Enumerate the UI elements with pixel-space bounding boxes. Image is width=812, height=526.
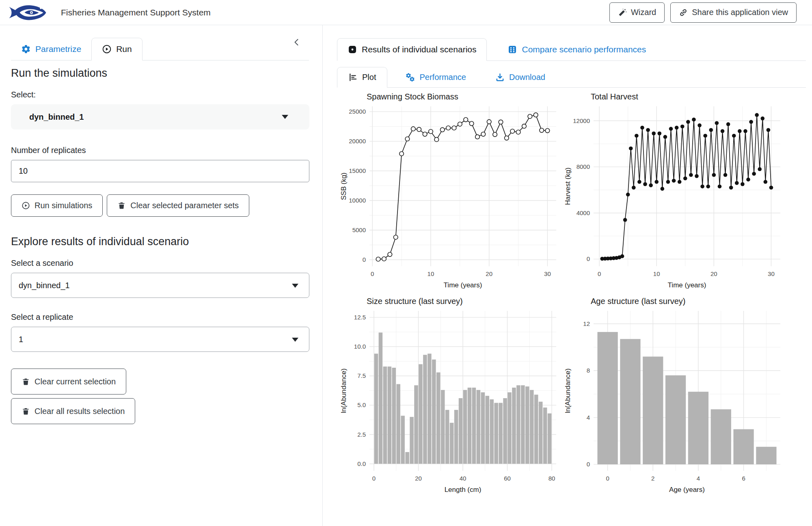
share-button-label: Share this application view — [692, 8, 788, 17]
svg-text:Time (years): Time (years) — [444, 281, 482, 289]
svg-text:Total Harvest: Total Harvest — [591, 93, 638, 101]
play-circle-icon — [102, 44, 112, 54]
svg-text:0: 0 — [372, 475, 376, 482]
sidebar: Parametrize Run Run the simulations Sele… — [0, 25, 323, 526]
run-simulations-label: Run simulations — [35, 201, 92, 210]
explore-section-heading: Explore results of individual scenario — [11, 235, 309, 248]
app-header: Fisheries Management Support System Wiza… — [0, 0, 812, 25]
svg-text:15000: 15000 — [349, 167, 366, 174]
clear-all-results-button[interactable]: Clear all results selection — [11, 398, 135, 424]
bar-chart-icon — [348, 73, 358, 82]
replicate-select[interactable]: 1 — [11, 327, 309, 352]
replicates-label: Number of replicates — [11, 146, 309, 155]
chart-spawning-stock-biomass: Spawning Stock Biomass050001000015000200… — [337, 93, 561, 295]
subtab-download[interactable]: Download — [484, 67, 556, 87]
svg-text:5000: 5000 — [352, 226, 366, 233]
svg-text:10.0: 10.0 — [354, 343, 366, 350]
svg-text:6: 6 — [742, 475, 745, 482]
clear-current-selection-label: Clear current selection — [35, 377, 116, 386]
svg-text:80: 80 — [549, 475, 555, 482]
svg-text:20: 20 — [415, 475, 422, 482]
svg-text:4000: 4000 — [577, 209, 590, 216]
screen-icon — [348, 45, 357, 54]
svg-text:30: 30 — [544, 270, 551, 277]
svg-text:40: 40 — [460, 475, 466, 482]
svg-text:0: 0 — [598, 270, 601, 277]
tab-run[interactable]: Run — [91, 38, 143, 60]
svg-text:20: 20 — [486, 270, 492, 277]
svg-text:Harvest (kg): Harvest (kg) — [564, 168, 572, 205]
run-simulations-button[interactable]: Run simulations — [11, 194, 103, 217]
trash-icon — [22, 407, 30, 416]
run-section-heading: Run the simulations — [11, 67, 309, 80]
parameter-set-select[interactable]: dyn_binned_1 — [11, 104, 309, 129]
svg-text:0.0: 0.0 — [357, 460, 366, 467]
svg-text:0: 0 — [371, 270, 374, 277]
svg-text:0: 0 — [587, 461, 590, 468]
tab-results-individual-label: Results of individual scenarios — [362, 45, 476, 54]
svg-text:7.5: 7.5 — [357, 372, 366, 379]
chart-grid: Spawning Stock Biomass050001000015000200… — [337, 93, 806, 500]
svg-text:10: 10 — [428, 270, 434, 277]
subtab-performance[interactable]: Performance — [395, 67, 477, 87]
svg-text:Age (years): Age (years) — [669, 486, 705, 494]
svg-text:25000: 25000 — [349, 108, 366, 115]
svg-text:30: 30 — [768, 270, 775, 277]
svg-text:0: 0 — [587, 255, 590, 262]
gear-icon — [21, 44, 31, 54]
svg-text:60: 60 — [504, 475, 511, 482]
svg-text:0: 0 — [363, 256, 366, 263]
tab-run-label: Run — [116, 44, 132, 54]
svg-text:ln(Abundance): ln(Abundance) — [340, 369, 348, 414]
replicate-label: Select a replicate — [11, 313, 309, 322]
trash-icon — [117, 201, 126, 210]
tab-compare-performances-label: Compare scenario performances — [522, 45, 646, 54]
svg-text:Spawning Stock Biomass: Spawning Stock Biomass — [367, 93, 458, 101]
svg-text:10000: 10000 — [349, 197, 366, 204]
clear-parameter-sets-button[interactable]: Clear selected parameter sets — [107, 194, 249, 217]
chart-age-structure: Age structure (last survey)048120246Age … — [561, 297, 785, 500]
svg-text:5.0: 5.0 — [357, 401, 366, 408]
tab-compare-performances[interactable]: Compare scenario performances — [497, 39, 656, 60]
run-buttons-row: Run simulations Clear selected parameter… — [11, 194, 309, 217]
tab-parametrize-label: Parametrize — [35, 44, 81, 54]
trash-icon — [22, 377, 30, 386]
subtab-plot-label: Plot — [362, 73, 376, 82]
app-title: Fisheries Management Support System — [61, 8, 609, 17]
replicate-select-value: 1 — [19, 335, 23, 344]
gears-icon — [406, 73, 415, 82]
caret-down-icon — [282, 115, 288, 119]
svg-text:20000: 20000 — [349, 138, 366, 144]
select-label: Select: — [11, 90, 309, 99]
svg-text:Size structure (last survey): Size structure (last survey) — [367, 297, 463, 306]
scenario-select[interactable]: dyn_binned_1 — [11, 273, 309, 298]
share-button[interactable]: Share this application view — [670, 2, 797, 23]
subtab-performance-label: Performance — [419, 73, 466, 82]
subtab-plot[interactable]: Plot — [337, 67, 387, 88]
svg-text:10: 10 — [653, 270, 660, 277]
svg-text:2: 2 — [651, 475, 654, 482]
chart-total-harvest: Total Harvest040008000120000102030Time (… — [561, 93, 785, 295]
svg-text:2.5: 2.5 — [357, 431, 366, 438]
plot-subtabs: Plot Performance Download — [337, 61, 806, 88]
clear-current-selection-button[interactable]: Clear current selection — [11, 369, 126, 394]
sidebar-collapse-icon[interactable] — [292, 37, 302, 49]
svg-text:0: 0 — [606, 475, 609, 482]
fisheries-logo-icon — [8, 4, 47, 21]
tab-results-individual[interactable]: Results of individual scenarios — [337, 38, 487, 61]
svg-text:4: 4 — [697, 475, 700, 482]
wizard-button[interactable]: Wizard — [609, 2, 665, 23]
sidebar-tabs: Parametrize Run — [11, 25, 309, 60]
svg-text:20: 20 — [710, 270, 717, 277]
svg-text:12000: 12000 — [573, 117, 590, 124]
tab-parametrize[interactable]: Parametrize — [11, 38, 91, 60]
caret-down-icon — [292, 284, 298, 288]
table-grid-icon — [508, 45, 517, 54]
clear-parameter-sets-label: Clear selected parameter sets — [130, 201, 239, 210]
replicates-input[interactable] — [11, 160, 309, 182]
main-panel: Results of individual scenarios Compare … — [323, 25, 812, 526]
svg-text:Time (years): Time (years) — [668, 281, 706, 289]
download-icon — [495, 73, 505, 82]
subtab-download-label: Download — [509, 73, 545, 82]
link-icon — [679, 8, 688, 17]
